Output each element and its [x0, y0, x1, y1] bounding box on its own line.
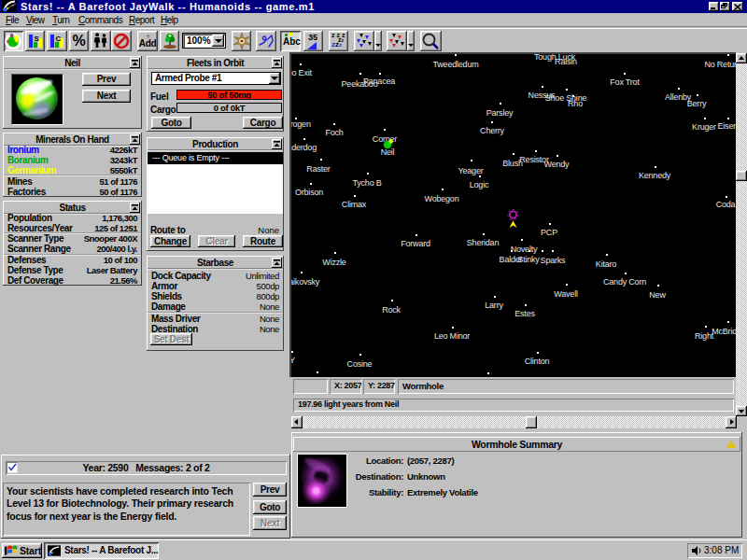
svg-text:S: S [35, 35, 40, 43]
svg-text:C: C [56, 35, 62, 43]
